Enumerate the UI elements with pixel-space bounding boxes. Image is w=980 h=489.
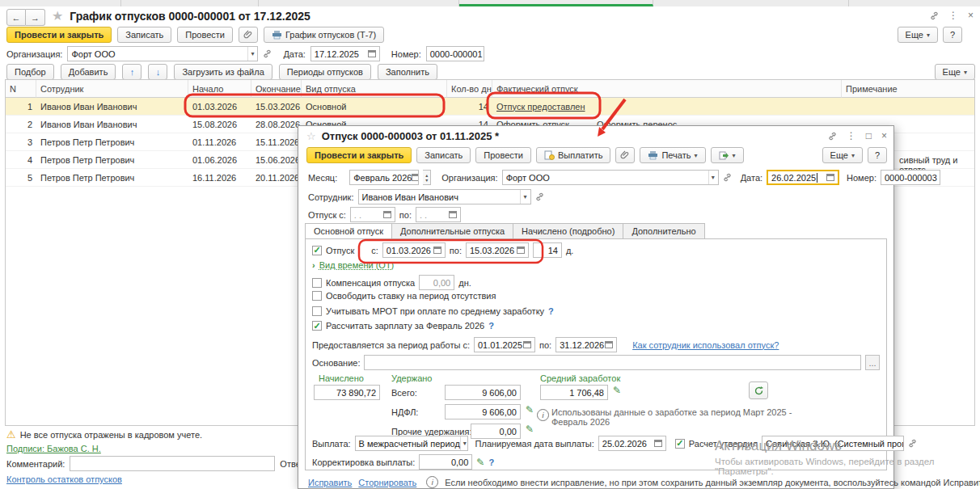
mrot-checkbox[interactable] bbox=[312, 306, 322, 316]
table-more-button[interactable]: Еще▾ bbox=[935, 64, 975, 80]
write-button[interactable]: Записать bbox=[416, 147, 471, 163]
spin-down-icon[interactable]: ▾ bbox=[425, 178, 428, 183]
vacation-checkbox[interactable]: ✓ bbox=[312, 246, 322, 255]
link-icon[interactable] bbox=[930, 11, 939, 20]
print-t7-button[interactable]: График отпусков (Т-7) bbox=[264, 27, 384, 43]
more-button[interactable]: Еще▾ bbox=[898, 27, 938, 43]
tab-main-vacation[interactable]: Основной отпуск bbox=[305, 223, 392, 239]
mrot-help-icon[interactable]: ? bbox=[548, 306, 554, 316]
accrued-field[interactable]: 73 890,72 bbox=[314, 385, 380, 400]
add-button[interactable]: Добавить bbox=[61, 64, 116, 80]
pay-button[interactable]: Выплатить bbox=[536, 147, 610, 163]
help-button[interactable]: ? bbox=[943, 27, 962, 43]
pick-button[interactable]: Подбор bbox=[6, 64, 54, 80]
recalculate-button[interactable] bbox=[749, 382, 768, 399]
calendar-icon[interactable] bbox=[523, 341, 531, 348]
basis-field[interactable] bbox=[364, 355, 861, 370]
chevron-down-icon[interactable]: ▾ bbox=[247, 47, 254, 61]
menu-dots-icon[interactable]: ⋮ bbox=[948, 10, 958, 21]
adjustment-field[interactable]: 0,00 bbox=[419, 454, 472, 470]
average-earnings-field[interactable]: 1 706,48 bbox=[540, 385, 608, 400]
compensation-field[interactable]: 0,00 bbox=[419, 275, 454, 290]
expander-chevron-icon[interactable]: › bbox=[312, 260, 315, 270]
link-icon[interactable] bbox=[535, 192, 544, 201]
vacation-days-field[interactable]: 14 bbox=[533, 242, 562, 258]
print-button[interactable]: Печать ▾ bbox=[640, 147, 705, 163]
calendar-icon[interactable] bbox=[826, 174, 834, 181]
col-header-n[interactable]: N bbox=[6, 80, 36, 98]
create-based-on-button[interactable]: ▾ bbox=[711, 147, 744, 163]
load-from-file-button[interactable]: Загрузить из файла bbox=[174, 64, 272, 80]
date-field-active[interactable]: 26.02.2025 bbox=[767, 170, 839, 185]
calendar-icon[interactable] bbox=[368, 50, 376, 57]
move-down-button[interactable]: ↓ bbox=[148, 64, 167, 80]
payment-select[interactable]: В межрасчетный период▾ bbox=[355, 436, 468, 451]
vacation-start-field[interactable]: 01.03.2026 bbox=[382, 242, 446, 258]
calc-salary-help-icon[interactable]: ? bbox=[488, 321, 494, 331]
number-field[interactable]: 0000-000001 bbox=[426, 46, 484, 61]
calendar-icon[interactable] bbox=[449, 211, 457, 218]
attachment-button[interactable] bbox=[239, 27, 258, 43]
adjustment-edit-pencil-icon[interactable]: ✎ bbox=[476, 457, 484, 468]
ndfl-edit-pencil-icon[interactable]: ✎ bbox=[526, 404, 534, 415]
calendar-icon[interactable] bbox=[412, 174, 419, 181]
compensation-checkbox[interactable] bbox=[312, 278, 322, 288]
top-tab[interactable] bbox=[259, 0, 459, 6]
total-field[interactable]: 9 606,00 bbox=[445, 385, 521, 400]
approver-field[interactable]: Савинская З.Ю. (Системный прог▾ bbox=[762, 436, 904, 451]
move-up-button[interactable]: ↑ bbox=[122, 64, 142, 80]
top-tab[interactable] bbox=[653, 0, 849, 6]
fill-button[interactable]: Заполнить bbox=[378, 64, 437, 80]
link-icon[interactable] bbox=[828, 132, 837, 141]
tab-accrued-detail[interactable]: Начислено (подробно) bbox=[513, 223, 623, 239]
post-button[interactable]: Провести bbox=[475, 147, 531, 163]
time-kind-link[interactable]: Вид времени (ОТ) bbox=[319, 260, 395, 270]
month-field[interactable]: Февраль 2026 bbox=[349, 170, 419, 185]
approved-checkbox[interactable]: ✓ bbox=[675, 439, 685, 449]
dialog-more-button[interactable]: Еще▾ bbox=[822, 147, 863, 163]
org-field[interactable]: Форт ООО▾ bbox=[67, 46, 258, 61]
top-tab[interactable] bbox=[121, 0, 259, 6]
org-field[interactable]: Форт ООО▾ bbox=[502, 170, 719, 185]
free-rate-checkbox[interactable] bbox=[312, 291, 322, 301]
calendar-icon[interactable] bbox=[383, 211, 391, 218]
calendar-icon[interactable] bbox=[433, 247, 441, 254]
calendar-icon[interactable] bbox=[517, 247, 525, 254]
chevron-down-icon[interactable]: ▾ bbox=[520, 190, 526, 204]
top-tab[interactable] bbox=[849, 0, 980, 6]
work-period-from-field[interactable]: 01.01.2025 bbox=[474, 337, 535, 352]
fix-link[interactable]: Исправить bbox=[308, 478, 352, 487]
close-icon[interactable]: × bbox=[968, 10, 974, 21]
vacation-balance-control-link[interactable]: Контроль остатков отпусков bbox=[6, 474, 122, 484]
date-field[interactable]: 17.12.2025 bbox=[310, 46, 380, 61]
close-icon[interactable]: × bbox=[881, 130, 887, 141]
chevron-down-icon[interactable]: ▾ bbox=[708, 171, 715, 184]
reverse-link[interactable]: Сторнировать bbox=[358, 478, 416, 487]
attachment-button[interactable] bbox=[615, 147, 635, 163]
average-edit-pencil-icon[interactable]: ✎ bbox=[613, 385, 621, 396]
back-button[interactable]: ← bbox=[6, 9, 26, 26]
col-header-days[interactable]: Кол-во дн. bbox=[447, 80, 492, 98]
vacation-end-field[interactable]: 15.03.2026 bbox=[466, 242, 529, 258]
calendar-icon[interactable] bbox=[605, 341, 613, 348]
favorite-star-icon[interactable]: ☆ bbox=[306, 130, 316, 142]
dialog-help-button[interactable]: ? bbox=[868, 147, 887, 163]
vacation-granted-link[interactable]: Отпуск предоставлен bbox=[496, 102, 585, 112]
adjustment-help-icon[interactable]: ? bbox=[488, 457, 494, 467]
planned-date-field[interactable]: 25.02.2026 bbox=[598, 436, 666, 451]
post-button[interactable]: Провести bbox=[177, 27, 233, 43]
menu-dots-icon[interactable]: ⋮ bbox=[847, 130, 856, 141]
ndfl-field[interactable]: 9 606,00 bbox=[445, 404, 521, 419]
top-tab[interactable] bbox=[0, 0, 121, 6]
col-header-start[interactable]: Начало bbox=[188, 80, 251, 98]
vacation-to-field[interactable]: . . bbox=[416, 207, 461, 222]
tab-additional-vacations[interactable]: Дополнительные отпуска bbox=[392, 223, 513, 239]
col-header-actual[interactable]: Фактический отпуск bbox=[492, 80, 842, 98]
basis-more-button[interactable]: ... bbox=[865, 355, 880, 370]
table-row-1[interactable]: 1 Иванов Иван Иванович 01.03.2026 15.03.… bbox=[6, 98, 974, 116]
col-header-note[interactable]: Примечание bbox=[842, 80, 974, 98]
tab-additional[interactable]: Дополнительно bbox=[623, 223, 704, 239]
employee-field[interactable]: Иванов Иван Иванович▾ bbox=[358, 189, 531, 204]
col-header-end[interactable]: Окончание bbox=[251, 80, 302, 98]
forward-button[interactable]: → bbox=[26, 9, 45, 26]
